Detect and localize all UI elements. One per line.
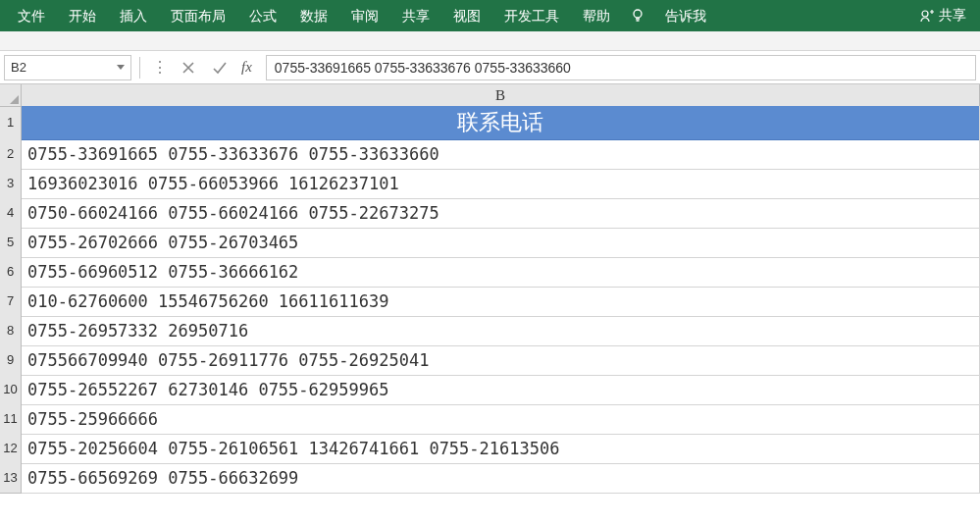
row-header[interactable]: 3 bbox=[0, 169, 22, 199]
data-cell[interactable]: 0755-25966666 bbox=[22, 404, 980, 435]
data-cell[interactable]: 0755-66569269 0755-66632699 bbox=[22, 463, 980, 494]
svg-point-0 bbox=[634, 10, 642, 18]
table-row: 50755-26702666 0755-26703465 bbox=[0, 228, 980, 257]
table-row: 100755-26552267 62730146 0755-62959965 bbox=[0, 375, 980, 404]
row-header[interactable]: 6 bbox=[0, 257, 22, 288]
cancel-button[interactable] bbox=[173, 55, 204, 80]
ribbon-tab[interactable]: 插入 bbox=[108, 0, 159, 31]
table-row: 40750-66024166 0755-66024166 0755-226732… bbox=[0, 198, 980, 228]
row-header[interactable]: 7 bbox=[0, 287, 22, 317]
table-row: 130755-66569269 0755-66632699 bbox=[0, 463, 980, 493]
row-header[interactable]: 1 bbox=[0, 106, 22, 140]
ribbon-tab[interactable]: 数据 bbox=[288, 0, 339, 31]
data-cell[interactable]: 0750-66024166 0755-66024166 0755-2267327… bbox=[22, 198, 980, 229]
ribbon-tab[interactable]: 帮助 bbox=[571, 0, 622, 31]
data-cell[interactable]: 0755-26957332 26950716 bbox=[22, 316, 980, 346]
svg-point-1 bbox=[922, 11, 928, 17]
data-cell[interactable]: 0755-26552267 62730146 0755-62959965 bbox=[22, 375, 980, 405]
separator bbox=[139, 57, 140, 79]
ribbon-tab[interactable]: 共享 bbox=[390, 0, 441, 31]
formula-input[interactable]: 0755-33691665 0755-33633676 0755-3363366… bbox=[266, 55, 976, 80]
data-cell[interactable]: 075566709940 0755-26911776 0755-26925041 bbox=[22, 345, 980, 376]
share-button[interactable]: 共享 bbox=[911, 0, 974, 31]
fx-button[interactable]: fx bbox=[235, 59, 258, 76]
row-header[interactable]: 4 bbox=[0, 198, 22, 229]
table-row: 80755-26957332 26950716 bbox=[0, 316, 980, 345]
row-header[interactable]: 8 bbox=[0, 316, 22, 346]
formula-text: 0755-33691665 0755-33633676 0755-3363366… bbox=[275, 60, 571, 76]
column-headers: B bbox=[0, 84, 980, 106]
name-box[interactable]: B2 bbox=[4, 55, 131, 80]
ribbon-menu: 文件开始插入页面布局公式数据审阅共享视图开发工具帮助告诉我共享 bbox=[0, 0, 980, 31]
ribbon-tab[interactable]: 审阅 bbox=[339, 0, 390, 31]
table-row: 60755-66960512 0755-36666162 bbox=[0, 257, 980, 287]
row-header[interactable]: 9 bbox=[0, 345, 22, 376]
column-header-b[interactable]: B bbox=[22, 84, 980, 107]
row-header[interactable]: 10 bbox=[0, 375, 22, 405]
tell-me-search[interactable]: 告诉我 bbox=[653, 0, 718, 31]
row-header[interactable]: 5 bbox=[0, 228, 22, 258]
ribbon-tab[interactable]: 开发工具 bbox=[492, 0, 571, 31]
row-header[interactable]: 12 bbox=[0, 434, 22, 464]
ribbon-tab[interactable]: 公式 bbox=[237, 0, 288, 31]
ribbon-tab[interactable]: 视图 bbox=[441, 0, 492, 31]
header-cell[interactable]: 联系电话 bbox=[22, 106, 980, 140]
ribbon-tab[interactable]: 开始 bbox=[57, 0, 108, 31]
table-row: 110755-25966666 bbox=[0, 404, 980, 434]
ribbon-tab[interactable]: 页面布局 bbox=[159, 0, 237, 31]
data-cell[interactable]: 0755-26702666 0755-26703465 bbox=[22, 228, 980, 258]
table-row: 120755-20256604 0755-26106561 1342674166… bbox=[0, 434, 980, 463]
table-row: 7010-62760600 15546756260 16611611639 bbox=[0, 287, 980, 316]
data-cell[interactable]: 010-62760600 15546756260 16611611639 bbox=[22, 287, 980, 317]
chevron-down-icon bbox=[117, 65, 125, 70]
select-all-corner[interactable] bbox=[0, 84, 22, 107]
formula-bar: B2 ⋮ fx 0755-33691665 0755-33633676 0755… bbox=[0, 51, 980, 84]
lightbulb-icon bbox=[628, 6, 647, 26]
table-row: 20755-33691665 0755-33633676 0755-336336… bbox=[0, 139, 980, 169]
table-row: 316936023016 0755-66053966 16126237101 bbox=[0, 169, 980, 198]
enter-button[interactable] bbox=[204, 55, 235, 80]
share-label: 共享 bbox=[939, 7, 966, 25]
dots-icon: ⋮ bbox=[148, 58, 173, 77]
data-cell[interactable]: 0755-20256604 0755-26106561 13426741661 … bbox=[22, 434, 980, 464]
sheet-rows: 1联系电话20755-33691665 0755-33633676 0755-3… bbox=[0, 106, 980, 493]
data-cell[interactable]: 0755-33691665 0755-33633676 0755-3363366… bbox=[22, 139, 980, 170]
quick-access-strip bbox=[0, 31, 980, 51]
row-header[interactable]: 2 bbox=[0, 139, 22, 170]
ribbon-tab[interactable]: 文件 bbox=[6, 0, 57, 31]
data-cell[interactable]: 0755-66960512 0755-36666162 bbox=[22, 257, 980, 288]
table-row: 9075566709940 0755-26911776 0755-2692504… bbox=[0, 345, 980, 375]
data-cell[interactable]: 16936023016 0755-66053966 16126237101 bbox=[22, 169, 980, 199]
name-box-value: B2 bbox=[11, 60, 26, 75]
table-row: 1联系电话 bbox=[0, 106, 980, 139]
row-header[interactable]: 11 bbox=[0, 404, 22, 435]
row-header[interactable]: 13 bbox=[0, 463, 22, 494]
